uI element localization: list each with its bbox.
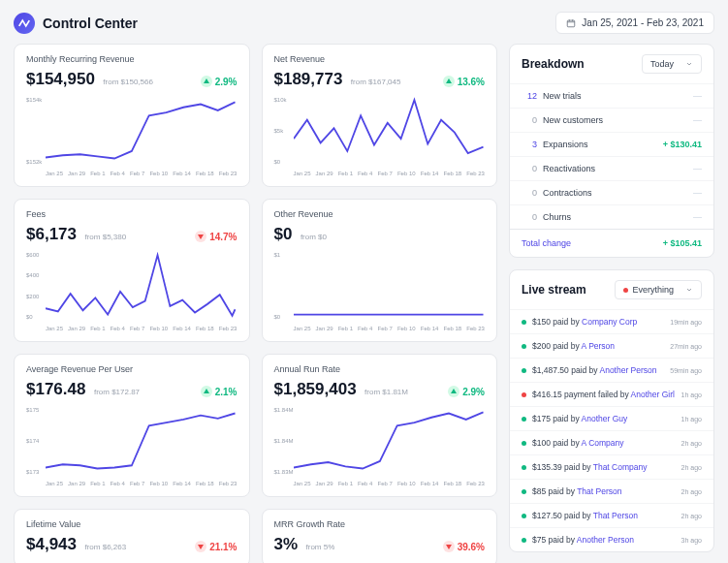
livestream-entity-link[interactable]: Another Guy [582,414,628,423]
livestream-item[interactable]: $175 paid by Another Guy 1h ago [510,406,713,430]
livestream-item[interactable]: $1,487.50 paid by Another Person 59min a… [510,358,713,382]
metric-card-ltv[interactable]: Lifetime Value $4,943 from $6,263 21.1% [14,509,250,563]
chart-ytick: $200 [26,294,39,299]
livestream-item[interactable]: $200 paid by A Person 27min ago [510,333,713,358]
metric-from: from $172.87 [94,388,140,396]
metric-value: $154,950 [26,70,95,88]
breakdown-row[interactable]: 0Reactivations — [510,156,713,180]
chart-xtick: Feb 23 [219,326,237,331]
livestream-entity-link[interactable]: Another Person [577,535,634,545]
metric-card-mrr[interactable]: Monthly Recurring Revenue $154,950 from … [14,44,250,187]
app-logo [14,13,35,34]
livestream-item[interactable]: $416.15 payment failed by Another Girl 1… [510,382,713,406]
livestream-entity-link[interactable]: Another Girl [631,390,675,399]
livestream-entity-link[interactable]: Another Person [599,365,656,375]
chart-ytick: $174 [26,438,39,444]
chart-xtick: Jan 25 [46,326,63,331]
chart-ytick: $152k [26,159,42,165]
livestream-entity-link[interactable]: Company Corp [582,317,637,327]
chart-xtick: Jan 25 [294,481,311,486]
livestream-entity-link[interactable]: A Person [582,341,616,351]
metric-title: Monthly Recurring Revenue [26,54,237,64]
metric-card-growth[interactable]: MRR Growth Rate 3% from 5% 39.6% [262,509,498,563]
metric-value: $4,943 [26,535,77,553]
livestream-filter-select[interactable]: Everything [615,280,702,299]
breakdown-row[interactable]: 0Churns — [510,204,713,229]
metric-from: from 5% [306,543,335,551]
livestream-text: $150 paid by Company Corp [532,317,664,327]
chart-xtick: Feb 7 [378,481,393,486]
metric-from: from $5,380 [84,233,126,241]
chart-xtick: Feb 14 [421,481,439,486]
chart-xtick: Feb 14 [173,326,191,331]
chart-ytick: $1.84M [274,407,294,413]
chart-xtick: Feb 14 [421,171,439,176]
chart-xtick: Jan 29 [68,326,85,331]
livestream-entity-link[interactable]: That Company [593,462,648,472]
chart-xtick: Feb 1 [338,326,353,331]
livestream-item[interactable]: $85 paid by That Person 2h ago [510,479,713,503]
breakdown-row[interactable]: 0Contractions — [510,180,713,204]
livestream-item[interactable]: $100 paid by A Company 2h ago [510,430,713,454]
chart-xtick: Feb 18 [196,481,214,486]
metric-delta: 2.1% [201,386,237,397]
chart-xtick: Feb 23 [466,171,485,176]
status-dot-icon [522,489,526,494]
chart-xtick: Feb 14 [173,481,191,486]
livestream-text: $127.50 paid by That Person [532,511,676,520]
breakdown-range-select[interactable]: Today [642,54,702,74]
breakdown-row-label: Expansions [543,140,588,149]
breakdown-row-count: 0 [522,115,537,125]
date-range-picker[interactable]: Jan 25, 2021 - Feb 23, 2021 [555,12,714,34]
chart-xtick: Feb 1 [338,171,353,176]
livestream-entity-link[interactable]: That Person [577,486,621,496]
chart-xtick: Feb 10 [149,326,168,331]
metric-delta: 14.7% [195,231,237,242]
livestream-item[interactable]: $150 paid by Company Corp 19min ago [510,309,713,333]
livestream-time: 2h ago [681,440,702,447]
metric-delta-value: 2.9% [215,77,237,87]
chart-xtick: Feb 7 [130,326,144,331]
chart-xtick: Feb 7 [130,171,144,176]
metric-value: $176.48 [26,380,85,398]
metric-card-fees[interactable]: Fees $6,173 from $5,380 14.7% $600$400$2… [14,199,250,342]
livestream-item[interactable]: $75 paid by Another Person 3h ago [510,527,713,551]
metric-chart [294,252,486,320]
livestream-item[interactable]: $135.39 paid by That Company 2h ago [510,454,713,479]
breakdown-total-value: + $105.41 [663,238,702,248]
metric-from: from $0 [301,233,327,241]
chart-xtick: Jan 29 [316,171,333,176]
chart-xtick: Feb 18 [443,326,461,331]
metric-card-other[interactable]: Other Revenue $0 from $0 $1$0 Jan 25Jan … [262,199,498,342]
livestream-text: $135.39 paid by That Company [532,462,676,472]
metric-delta-value: 2.1% [215,387,237,397]
chart-xtick: Feb 18 [196,326,214,331]
livestream-item[interactable]: $127.50 paid by That Person 2h ago [510,503,713,527]
chart-xtick: Feb 18 [443,171,461,176]
chart-xtick: Feb 1 [338,481,353,486]
chart-xtick: Feb 10 [397,481,416,486]
metric-title: Lifetime Value [26,519,237,529]
metric-from: from $150,566 [103,78,153,86]
breakdown-row[interactable]: 12New trials — [510,83,713,108]
breakdown-row[interactable]: 0New customers — [510,108,713,132]
chart-xtick: Feb 7 [378,326,393,331]
chart-xtick: Feb 4 [358,326,372,331]
livestream-entity-link[interactable]: A Company [582,438,624,448]
livestream-entity-link[interactable]: That Person [593,511,638,520]
livestream-panel: Live stream Everything $150 paid by Comp… [509,269,714,552]
metric-from: from $6,263 [84,543,126,551]
arrow-up-icon [443,76,455,87]
breakdown-title: Breakdown [522,57,585,71]
metric-card-net_rev[interactable]: Net Revenue $189,773 from $167,045 13.6%… [262,44,498,187]
arrow-up-icon [201,386,212,397]
metric-card-arr[interactable]: Annual Run Rate $1,859,403 from $1.81M 2… [262,354,498,497]
livestream-time: 2h ago [681,464,702,471]
date-range-value: Jan 25, 2021 - Feb 23, 2021 [582,17,704,28]
breakdown-row[interactable]: 3Expansions + $130.41 [510,132,713,156]
chart-xtick: Feb 7 [378,171,393,176]
chart-ytick: $173 [26,469,39,475]
chart-xtick: Jan 25 [46,171,63,176]
metric-card-arpu[interactable]: Average Revenue Per User $176.48 from $1… [14,354,250,497]
livestream-time: 2h ago [681,513,702,519]
